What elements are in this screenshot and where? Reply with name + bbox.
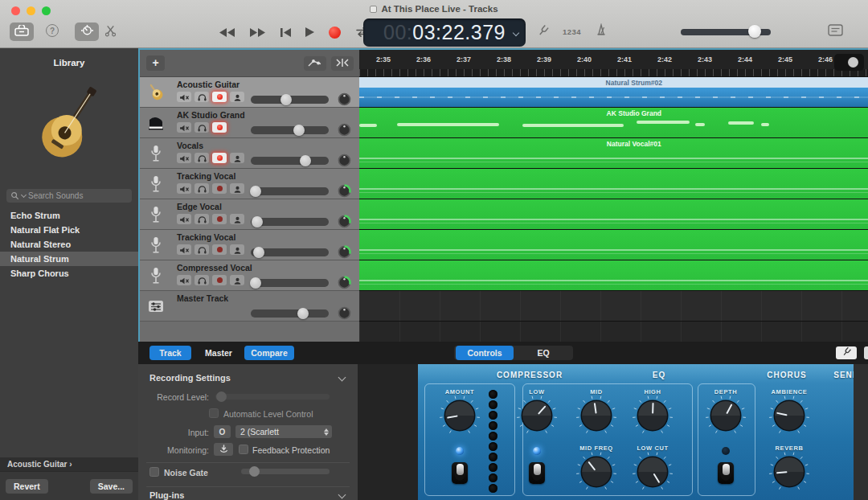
track-lane-compressed-vocal[interactable]	[359, 260, 868, 291]
track-header-compressed-vocal[interactable]: Compressed Vocal	[140, 260, 359, 291]
mute-button[interactable]	[177, 183, 191, 194]
track-volume-slider[interactable]	[251, 309, 329, 318]
tab-controls[interactable]: Controls	[456, 346, 514, 360]
automation-button[interactable]	[304, 56, 326, 71]
search-scope-chevron-icon[interactable]	[21, 192, 27, 198]
add-track-button[interactable]: +	[146, 55, 165, 71]
mute-button[interactable]	[177, 275, 191, 285]
slider-knob[interactable]	[249, 466, 260, 477]
knob-low-cut[interactable]	[631, 450, 674, 497]
pan-knob[interactable]	[338, 92, 351, 106]
breadcrumb[interactable]: Acoustic Guitar ›	[0, 457, 138, 471]
volume-knob[interactable]	[280, 94, 292, 105]
record-button[interactable]	[329, 27, 341, 39]
record-enable-button[interactable]	[212, 122, 227, 133]
library-toggle-button[interactable]	[10, 23, 34, 41]
tab-master[interactable]: Master	[198, 346, 240, 360]
volume-knob[interactable]	[253, 247, 264, 258]
save-button[interactable]: Save...	[90, 479, 133, 494]
region-natural-vocal-01[interactable]: Natural Vocal#01	[359, 138, 868, 168]
collapse-chevron-icon[interactable]	[338, 374, 346, 382]
knob-amount[interactable]	[438, 394, 481, 441]
auto-level-checkbox[interactable]	[209, 408, 219, 418]
region-audio[interactable]	[359, 199, 868, 229]
record-enable-button[interactable]	[212, 214, 227, 224]
track-lane-edge-vocal[interactable]	[359, 199, 868, 230]
track-volume-slider[interactable]	[251, 157, 329, 165]
quick-help-button[interactable]: ?	[46, 24, 59, 37]
record-enable-button[interactable]	[212, 275, 227, 285]
noise-gate-checkbox[interactable]	[149, 467, 159, 477]
input-monitoring-button[interactable]	[230, 153, 244, 163]
track-header-master-track[interactable]: Master Track	[140, 291, 359, 322]
tuner-button[interactable]	[537, 24, 550, 40]
solo-button[interactable]	[194, 275, 209, 285]
recording-settings-header[interactable]: Recording Settings	[149, 373, 231, 383]
solo-button[interactable]	[194, 214, 209, 224]
input-monitoring-button[interactable]	[214, 443, 233, 456]
pan-knob[interactable]	[338, 245, 351, 259]
plugins-header[interactable]: Plug-ins	[149, 490, 184, 500]
mute-button[interactable]	[177, 153, 191, 163]
knob-high[interactable]	[631, 394, 674, 441]
record-enable-button[interactable]	[212, 92, 227, 102]
solo-button[interactable]	[194, 153, 209, 163]
record-level-slider[interactable]	[215, 394, 330, 400]
track-lane-tracking-vocal[interactable]	[359, 230, 868, 260]
knob-low[interactable]	[515, 394, 559, 441]
library-item-echo-strum[interactable]: Echo Strum	[0, 208, 138, 223]
search-input[interactable]	[28, 191, 117, 200]
mute-button[interactable]	[177, 244, 191, 255]
go-to-beginning-button[interactable]	[280, 27, 291, 38]
knob-reverb[interactable]	[768, 450, 811, 497]
library-item-natural-strum[interactable]: Natural Strum	[0, 252, 138, 266]
tab-eq[interactable]: EQ	[517, 346, 570, 360]
timeline-ruler[interactable]: 2:352:362:372:382:392:402:412:422:432:44…	[359, 50, 868, 77]
mute-button[interactable]	[177, 92, 191, 102]
metronome-button[interactable]	[595, 23, 608, 39]
track-volume-slider[interactable]	[251, 248, 329, 256]
record-enable-button[interactable]	[212, 244, 227, 255]
region-audio[interactable]	[359, 260, 868, 290]
revert-button[interactable]: Revert	[6, 479, 48, 494]
input-monitoring-button[interactable]	[230, 275, 244, 285]
empty-lane[interactable]	[359, 291, 868, 321]
track-header-tracking-vocal[interactable]: Tracking Vocal	[140, 230, 359, 260]
knob-depth[interactable]	[704, 394, 747, 441]
track-lane-ak-studio-grand[interactable]: AK Studio Grand	[359, 108, 868, 138]
track-volume-slider[interactable]	[251, 218, 329, 226]
input-monitoring-button[interactable]	[230, 92, 244, 102]
slider-knob[interactable]	[216, 391, 227, 402]
noise-gate-slider[interactable]	[241, 469, 330, 474]
rewind-button[interactable]	[219, 27, 235, 38]
power-switch-compressor[interactable]	[452, 462, 468, 484]
display-mode-button[interactable]	[828, 24, 843, 39]
smart-controls-toggle-button[interactable]	[75, 23, 99, 41]
input-monitoring-button[interactable]	[230, 183, 244, 194]
track-lane-acoustic-guitar[interactable]: Natural Strum#02	[359, 77, 868, 108]
zoom-knob[interactable]	[848, 57, 858, 68]
region-audio[interactable]	[359, 230, 868, 260]
lcd-display[interactable]: 00: 03:22.379	[363, 18, 526, 47]
editors-button[interactable]	[104, 24, 117, 40]
volume-knob[interactable]	[297, 308, 309, 319]
zoom-slider[interactable]	[834, 54, 864, 71]
input-format-button[interactable]: O	[214, 425, 231, 438]
record-enable-button[interactable]	[212, 153, 227, 163]
compare-button[interactable]: Compare	[244, 346, 294, 360]
track-header-tracking-vocal[interactable]: Tracking Vocal	[140, 169, 359, 199]
track-lane-vocals[interactable]: Natural Vocal#01	[359, 138, 868, 169]
volume-knob[interactable]	[293, 125, 305, 136]
count-in-button[interactable]: 1234	[563, 27, 581, 36]
volume-knob[interactable]	[250, 277, 261, 289]
track-header-vocals[interactable]: Vocals	[140, 138, 359, 169]
input-source-select[interactable]: 2 (Scarlett	[235, 425, 332, 438]
track-lane-tracking-vocal[interactable]	[359, 169, 868, 199]
catch-playhead-button[interactable]	[331, 56, 354, 71]
collapse-chevron-icon[interactable]	[338, 491, 346, 499]
track-header-ak-studio-grand[interactable]: AK Studio Grand	[140, 108, 359, 138]
knob-mid-freq[interactable]	[575, 450, 618, 497]
solo-button[interactable]	[194, 244, 209, 255]
track-volume-slider[interactable]	[251, 279, 329, 287]
play-button[interactable]	[305, 27, 315, 38]
